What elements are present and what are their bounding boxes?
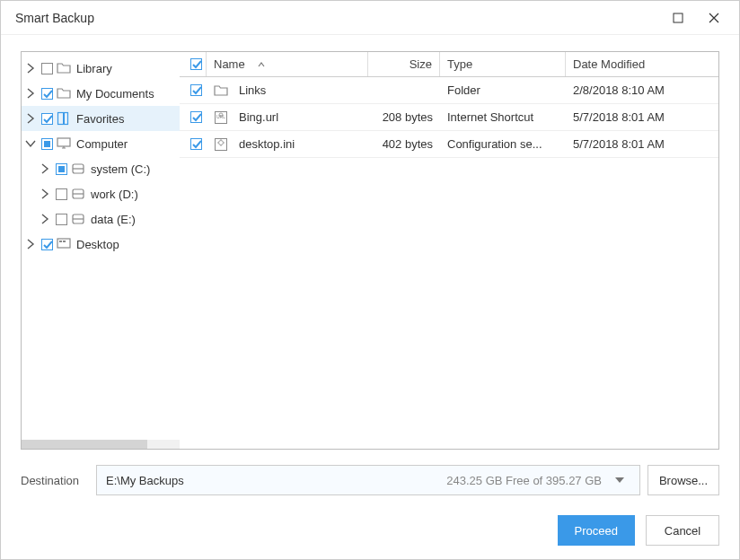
tree-node[interactable]: work (D:) (22, 181, 180, 206)
monitor-icon (57, 136, 71, 151)
file-name-cell: Bing.url (207, 110, 368, 125)
tree-node[interactable]: data (E:) (22, 206, 180, 232)
tree-node[interactable]: Computer (22, 131, 180, 156)
tree-checkbox[interactable] (41, 88, 53, 100)
file-type: Configuration se... (440, 137, 566, 151)
drive-icon (71, 162, 85, 176)
tree-node-label: system (C:) (91, 162, 150, 176)
column-header-name[interactable]: Name (207, 52, 368, 76)
tree-checkbox[interactable] (41, 63, 53, 74)
column-header-type[interactable]: Type (440, 52, 566, 76)
app-window: Smart Backup LibraryMy DocumentsFavorite… (0, 0, 740, 560)
tree-node[interactable]: My Documents (22, 81, 180, 106)
browse-button-label: Browse... (659, 474, 708, 487)
titlebar: Smart Backup (1, 1, 739, 35)
folder-icon (214, 83, 228, 98)
maximize-icon (673, 13, 683, 23)
source-tree[interactable]: LibraryMy DocumentsFavoritesComputersyst… (22, 52, 180, 440)
file-checkbox[interactable] (190, 138, 202, 150)
sidebar-scrollbar[interactable] (22, 440, 180, 449)
scrollbar-thumb[interactable] (22, 440, 147, 449)
chevron-right-icon[interactable] (23, 61, 38, 75)
destination-free-space: 243.25 GB Free of 395.27 GB (446, 474, 602, 487)
destination-dropdown-icon[interactable] (609, 474, 630, 486)
file-name: Bing.url (239, 110, 278, 124)
chevron-right-icon[interactable] (23, 237, 38, 251)
content-area: LibraryMy DocumentsFavoritesComputersyst… (1, 35, 739, 502)
browse-button[interactable]: Browse... (648, 465, 719, 495)
close-icon (709, 13, 719, 23)
drive-icon (71, 212, 85, 226)
tree-node[interactable]: system (C:) (22, 156, 180, 181)
chevron-right-icon[interactable] (23, 111, 38, 126)
destination-selector[interactable]: E:\My Backups 243.25 GB Free of 395.27 G… (96, 465, 640, 495)
file-name-cell: Links (207, 83, 368, 98)
destination-row: Destination E:\My Backups 243.25 GB Free… (21, 464, 719, 496)
ini-icon (214, 137, 228, 152)
file-row[interactable]: Bing.url208 bytesInternet Shortcut5/7/20… (180, 104, 718, 131)
chevron-right-icon[interactable] (23, 86, 38, 101)
tree-node[interactable]: Library (22, 56, 180, 81)
tree-node-label: data (E:) (91, 213, 136, 226)
column-header-date[interactable]: Date Modified (566, 52, 718, 76)
footer-actions: Proceed Cancel (1, 502, 739, 559)
tree-checkbox[interactable] (56, 188, 67, 200)
file-row[interactable]: desktop.ini402 bytesConfiguration se...5… (180, 131, 718, 158)
column-header-type-label: Type (447, 57, 472, 71)
svg-rect-11 (674, 13, 683, 22)
column-header-name-label: Name (214, 57, 245, 71)
file-checkbox[interactable] (190, 111, 202, 123)
proceed-button[interactable]: Proceed (558, 515, 635, 546)
file-row[interactable]: LinksFolder2/8/2018 8:10 AM (180, 77, 718, 104)
cancel-button-label: Cancel (665, 524, 700, 538)
proceed-button-label: Proceed (575, 524, 618, 538)
tree-node-label: Computer (76, 137, 128, 151)
file-list-header: Name Size Type Date Modified (180, 52, 718, 77)
chevron-right-icon[interactable] (38, 162, 52, 176)
file-type: Internet Shortcut (440, 110, 566, 124)
close-button[interactable] (696, 4, 732, 31)
header-checkbox-cell[interactable] (180, 52, 207, 76)
file-name: desktop.ini (239, 137, 295, 151)
column-header-date-label: Date Modified (573, 57, 645, 71)
tree-checkbox[interactable] (41, 239, 53, 250)
tree-checkbox[interactable] (56, 163, 67, 175)
tree-node-label: Desktop (76, 238, 119, 251)
file-checkbox[interactable] (190, 84, 202, 96)
tree-node-label: Favorites (76, 112, 124, 126)
folder-icon (57, 61, 71, 75)
url-icon (214, 110, 228, 125)
chevron-right-icon[interactable] (38, 212, 52, 226)
column-header-size-label: Size (410, 57, 432, 71)
cancel-button[interactable]: Cancel (646, 515, 719, 546)
file-size: 402 bytes (368, 137, 440, 151)
tree-checkbox[interactable] (41, 113, 53, 125)
tree-node-label: My Documents (76, 87, 154, 101)
window-title: Smart Backup (15, 11, 660, 25)
column-header-size[interactable]: Size (368, 52, 440, 76)
tree-node-label: work (D:) (91, 188, 138, 201)
file-list-body[interactable]: LinksFolder2/8/2018 8:10 AMBing.url208 b… (180, 77, 718, 449)
folder-icon (57, 86, 71, 101)
header-checkbox[interactable] (190, 58, 202, 70)
tree-node-label: Library (76, 62, 112, 75)
destination-path: E:\My Backups (106, 474, 446, 487)
file-name: Links (239, 83, 266, 97)
main-area: LibraryMy DocumentsFavoritesComputersyst… (21, 51, 719, 450)
tree-node[interactable]: Favorites (22, 106, 180, 131)
maximize-button[interactable] (660, 4, 696, 31)
file-name-cell: desktop.ini (207, 137, 368, 152)
drive-icon (71, 187, 85, 201)
chevron-right-icon[interactable] (38, 187, 52, 201)
destination-label: Destination (21, 474, 96, 487)
tree-checkbox[interactable] (41, 138, 53, 150)
desktop-icon (57, 237, 71, 251)
file-type: Folder (440, 83, 566, 97)
source-tree-sidebar: LibraryMy DocumentsFavoritesComputersyst… (22, 52, 180, 449)
tree-node[interactable]: Desktop (22, 232, 180, 257)
chevron-down-icon[interactable] (23, 136, 38, 151)
tree-checkbox[interactable] (56, 214, 67, 225)
file-list-pane: Name Size Type Date Modified LinksFolder… (180, 52, 718, 449)
file-date: 5/7/2018 8:01 AM (566, 137, 718, 151)
file-size: 208 bytes (368, 110, 440, 124)
